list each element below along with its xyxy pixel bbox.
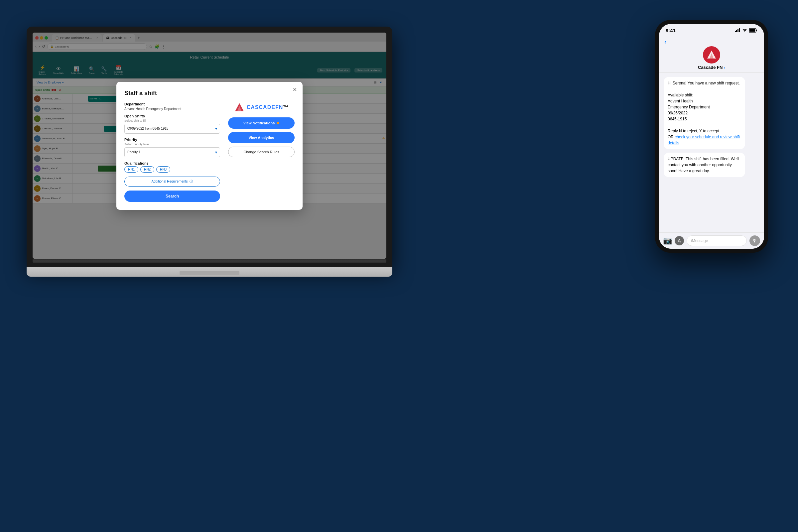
back-button[interactable]: ‹ [664, 38, 667, 45]
signal-icon [735, 28, 741, 32]
imessage-header: ‹ Cascade FN › [659, 37, 764, 73]
view-analytics-button[interactable]: View Analytics [228, 132, 294, 143]
change-search-rules-button[interactable]: Change Search Rules [228, 147, 294, 157]
contact-name[interactable]: Cascade FN › [698, 65, 725, 70]
notification-dot [277, 122, 279, 125]
message-bubble-2: UPDATE: This shift has been filled. We'l… [664, 153, 745, 177]
cascade-logo: CASCADEFN™ [234, 102, 289, 113]
laptop-screen: 📋 HR and workforce manageme... ✕ 🏔 Casca… [33, 33, 386, 259]
cascade-logo-text: CASCADEFN™ [247, 104, 289, 110]
additional-req-label: Additional Requirements [152, 179, 188, 183]
phone-status-bar: 9:41 [659, 24, 764, 37]
svg-rect-4 [738, 29, 739, 32]
contact-chevron-icon: › [724, 65, 725, 70]
open-shifts-sublabel: Select shift to fill [125, 119, 220, 122]
open-shifts-label: Open Shifts [125, 114, 220, 118]
additional-requirements-button[interactable]: Additional Requirements ⓘ [125, 176, 220, 187]
wifi-icon [742, 28, 747, 32]
qual-rn1[interactable]: RN1 [125, 166, 138, 173]
modal-right-panel: CASCADEFN™ View Notifications View Analy… [228, 102, 294, 202]
open-shifts-select[interactable]: 09/09/2022 from 0645-1915 ▾ [125, 124, 220, 134]
phone-frame: 9:41 [655, 20, 768, 253]
app-store-icon[interactable]: A [674, 236, 684, 245]
laptop-bezel: 📋 HR and workforce manageme... ✕ 🏔 Casca… [26, 26, 392, 267]
priority-sublabel: Select priority level [125, 142, 220, 146]
open-shifts-dropdown-icon: ▾ [215, 126, 217, 131]
view-notifications-button[interactable]: View Notifications [228, 117, 294, 129]
priority-label: Priority [125, 138, 220, 141]
contact-avatar[interactable] [703, 46, 720, 63]
imessage-input[interactable]: iMessage [687, 235, 747, 246]
phone-input-bar: 📷 A iMessage 🎙 [659, 232, 764, 249]
qual-rn3[interactable]: RN3 [156, 166, 170, 173]
svg-rect-5 [739, 28, 740, 32]
camera-icon[interactable]: 📷 [663, 236, 672, 245]
staff-shift-modal: ✕ Staff a shift Department Advent Health… [116, 82, 303, 210]
phone: 9:41 [655, 20, 768, 253]
phone-screen: 9:41 [659, 24, 764, 249]
cascade-avatar-icon [706, 50, 717, 60]
schedule-link[interactable]: check your schedule and review shift det… [668, 135, 740, 145]
phone-time: 9:41 [666, 27, 676, 33]
svg-rect-2 [735, 31, 736, 32]
laptop-hinge [33, 259, 386, 263]
laptop: 📋 HR and workforce manageme... ✕ 🏔 Casca… [26, 26, 392, 277]
qual-rn2[interactable]: RN2 [140, 166, 154, 173]
department-value: Advent Health Emergency Department [125, 107, 220, 111]
modal-overlay: ✕ Staff a shift Department Advent Health… [33, 33, 386, 259]
svg-rect-3 [736, 30, 737, 32]
info-icon: ⓘ [190, 179, 193, 184]
phone-status-icons [735, 28, 757, 33]
modal-left-panel: Department Advent Health Emergency Depar… [125, 102, 220, 202]
laptop-base [26, 267, 392, 277]
modal-close-button[interactable]: ✕ [291, 86, 299, 94]
qualifications-label: Qualifications [125, 161, 220, 165]
messages-area: Hi Serena! You have a new shift request.… [659, 73, 764, 232]
svg-rect-7 [757, 30, 757, 31]
search-button[interactable]: Search [125, 191, 220, 202]
department-label: Department [125, 102, 220, 106]
laptop-touchpad[interactable] [179, 271, 240, 275]
microphone-icon: 🎙 [753, 238, 757, 243]
battery-icon [749, 28, 757, 33]
qualifications-row: RN1 RN2 RN3 [125, 166, 220, 173]
message-bubble-1: Hi Serena! You have a new shift request.… [664, 77, 745, 149]
modal-title: Staff a shift [125, 90, 294, 97]
cascade-logo-icon [234, 102, 245, 113]
priority-dropdown-icon: ▾ [215, 150, 217, 155]
svg-rect-8 [749, 29, 756, 32]
modal-body: Department Advent Health Emergency Depar… [125, 102, 294, 202]
priority-select[interactable]: Priority 1 ▾ [125, 147, 220, 157]
microphone-button[interactable]: 🎙 [749, 235, 760, 246]
